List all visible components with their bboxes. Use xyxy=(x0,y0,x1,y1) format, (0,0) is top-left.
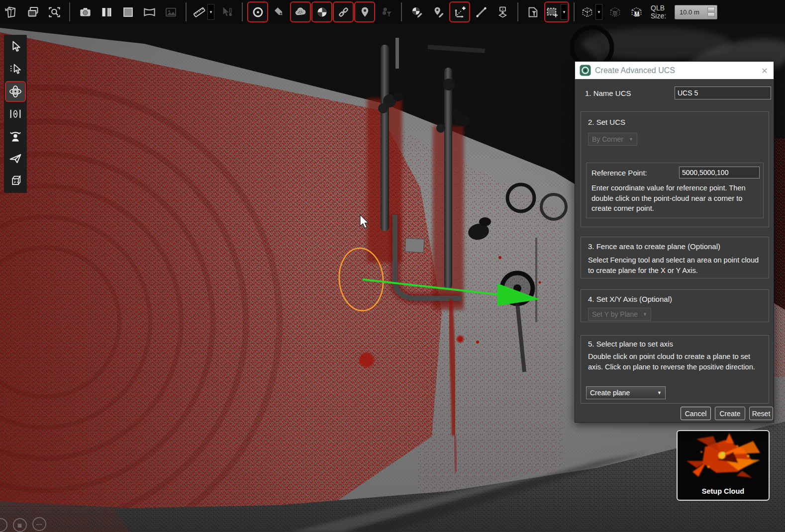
toolbar-group-capture-tools xyxy=(76,2,180,21)
screenshot-button[interactable] xyxy=(76,2,95,21)
reference-point-input[interactable] xyxy=(679,167,760,178)
chevron-down-icon: ▼ xyxy=(643,312,647,317)
qlb-size-value: 10.0 m xyxy=(680,8,707,16)
select-tool-button[interactable] xyxy=(6,37,25,56)
location-pin-button[interactable] xyxy=(355,2,374,21)
set-ucs-group: 2. Set UCS By Corner ▼ Reference Point: … xyxy=(581,111,769,227)
spinner-icon[interactable] xyxy=(707,7,715,17)
toolbar-separator xyxy=(69,2,70,21)
set-axis-dropdown[interactable]: Set Y by Plane ▼ xyxy=(588,308,651,321)
multi-select-tool-button[interactable] xyxy=(6,60,25,79)
fence-area-description: Select Fencing tool and select an area o… xyxy=(588,255,763,275)
export-model-icon xyxy=(5,5,18,19)
qlb-cube-m-button[interactable]: M xyxy=(627,2,646,21)
edit-pin-icon xyxy=(432,5,445,19)
edit-checker-icon xyxy=(410,5,424,19)
cancel-button[interactable]: Cancel xyxy=(681,407,711,420)
set-ucs-dropdown[interactable]: By Corner ▼ xyxy=(588,133,637,146)
dialog-titlebar[interactable]: Create Advanced UCS × xyxy=(575,62,774,79)
measure-ruler-button[interactable]: ▼ xyxy=(192,2,215,21)
look-around-tool-button[interactable] xyxy=(6,127,25,146)
zoom-fit-button[interactable] xyxy=(45,2,64,21)
toolbar-separator xyxy=(186,2,187,21)
create-button[interactable]: Create xyxy=(715,407,745,420)
link-measure-icon xyxy=(337,5,350,19)
setup-cloud-thumbnail[interactable]: Setup Cloud xyxy=(677,430,770,501)
reference-point-group: Reference Point: Enter coordinate value … xyxy=(586,163,764,218)
chevron-down-icon[interactable]: ▼ xyxy=(207,4,214,20)
fence-rect-icon xyxy=(546,5,559,19)
setup-cloud-preview xyxy=(678,432,769,484)
qlb-size-label: QLB Size: xyxy=(651,4,672,20)
tag-annotation-icon xyxy=(273,5,286,19)
select-plane-description: Double click on point cloud to create a … xyxy=(588,352,763,372)
limit-box-icon xyxy=(527,5,540,19)
split-view-button[interactable] xyxy=(97,2,116,21)
toolbar-group-qlb-tools: ▼M xyxy=(580,2,646,21)
application-window: ▼▼▼MQLB Size:10.0 m xyxy=(0,0,785,532)
zoom-fit-icon xyxy=(48,5,61,19)
dialog-title: Create Advanced UCS xyxy=(595,66,760,75)
cloud-points-icon xyxy=(294,5,307,19)
create-ucs-icon xyxy=(453,5,467,19)
view-cube-tool-button[interactable] xyxy=(6,172,25,190)
edit-checker-button[interactable] xyxy=(407,2,426,21)
chevron-down-icon: ▼ xyxy=(657,390,662,395)
scan-target-icon xyxy=(580,65,591,76)
panorama-view-button[interactable] xyxy=(140,2,159,21)
tag-annotation-button[interactable] xyxy=(270,2,289,21)
scan-point-button[interactable] xyxy=(248,2,267,21)
link-measure-button[interactable] xyxy=(334,2,353,21)
reference-point-label: Reference Point: xyxy=(591,169,647,177)
filter-points-icon xyxy=(380,5,393,19)
probe-rod-icon xyxy=(475,5,488,19)
cascade-views-button[interactable] xyxy=(23,2,42,21)
qlb-cube-button[interactable]: ▼ xyxy=(580,2,603,21)
scan-point-icon xyxy=(251,5,265,19)
create-advanced-ucs-dialog: Create Advanced UCS × 1. Name UCS 2. Set… xyxy=(575,61,774,423)
left-tool-strip xyxy=(4,35,27,193)
fly-tool-button[interactable] xyxy=(6,149,25,168)
toolbar-separator xyxy=(574,2,575,21)
chevron-down-icon[interactable]: ▼ xyxy=(561,4,568,20)
checker-target-button[interactable] xyxy=(312,2,331,21)
pan-axis-icon xyxy=(8,107,22,121)
toolbar-group-annotation-tools xyxy=(248,2,395,21)
create-plane-dropdown[interactable]: Create plane ▼ xyxy=(586,386,666,399)
chevron-down-icon[interactable]: ▼ xyxy=(595,4,602,20)
fence-rect-button[interactable]: ▼ xyxy=(545,2,568,21)
limit-box-button[interactable] xyxy=(524,2,543,21)
point-info-button[interactable] xyxy=(217,2,236,21)
qlb-size-input[interactable]: 10.0 m xyxy=(675,5,717,19)
toolbar-separator xyxy=(517,2,518,21)
create-ucs-button[interactable] xyxy=(450,2,469,21)
view-export-button[interactable] xyxy=(493,2,512,21)
chevron-down-icon: ▼ xyxy=(629,137,633,142)
cloud-points-button[interactable] xyxy=(291,2,310,21)
orbit-icon xyxy=(8,85,22,98)
probe-rod-button[interactable] xyxy=(472,2,491,21)
full-view-icon xyxy=(121,5,135,19)
pan-tool-button[interactable] xyxy=(6,104,25,123)
view-cube-icon xyxy=(8,174,22,188)
set-axis-label: 4. Set X/Y Axis (Optional) xyxy=(588,295,672,303)
reset-button[interactable]: Reset xyxy=(749,407,773,420)
export-model-button[interactable] xyxy=(2,2,21,21)
qlb-cube-view-button[interactable] xyxy=(605,2,624,21)
fence-area-label: 3. Fence area to create plane (Optional) xyxy=(588,242,720,251)
full-view-button[interactable] xyxy=(118,2,137,21)
fly-mode-icon xyxy=(8,152,22,166)
location-pin-icon xyxy=(358,5,372,19)
fence-area-group: 3. Fence area to create plane (Optional)… xyxy=(581,237,769,278)
panorama-image-button[interactable] xyxy=(161,2,180,21)
filter-points-button[interactable] xyxy=(377,2,395,21)
cursor-multi-icon xyxy=(8,62,22,76)
edit-pin-button[interactable] xyxy=(429,2,448,21)
setup-cloud-label: Setup Cloud xyxy=(678,487,769,495)
close-icon[interactable]: × xyxy=(760,65,769,76)
keyboard-shortcuts-button[interactable]: ▦ xyxy=(13,518,27,532)
orbit-tool-button[interactable] xyxy=(6,82,25,101)
view-export-icon xyxy=(496,5,509,19)
name-ucs-input[interactable] xyxy=(675,87,771,99)
more-options-button[interactable]: ••• xyxy=(32,517,46,531)
